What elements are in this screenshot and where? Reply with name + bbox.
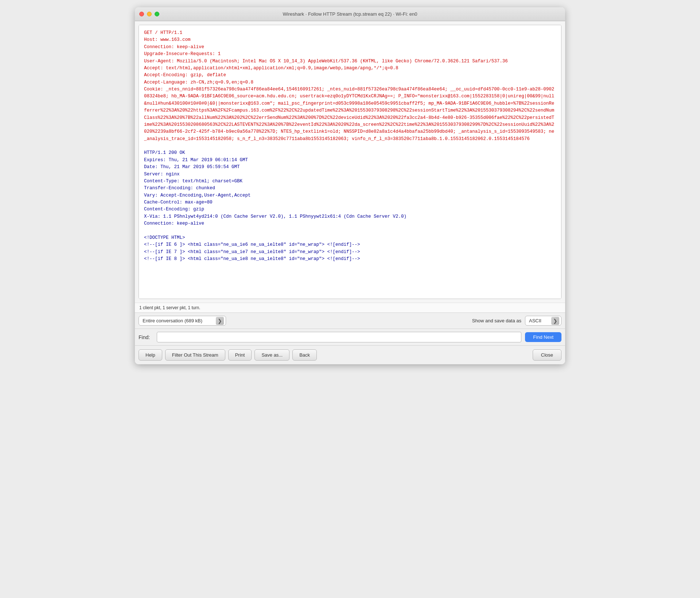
conversation-dropdown-wrapper: Entire conversation (689 kB) Client pack…: [139, 316, 226, 326]
find-input[interactable]: [157, 332, 521, 342]
status-text: 1 client pkt, 1 server pkt, 1 turn.: [139, 305, 200, 310]
find-next-button[interactable]: Find Next: [525, 332, 561, 342]
content-area: GET / HTTP/1.1 Host: www.163.com Connect…: [139, 25, 561, 299]
close-window-button[interactable]: [139, 12, 144, 16]
response-text: HTTP/1.1 200 OK Expires: Thu, 21 Mar 201…: [144, 150, 407, 261]
print-button[interactable]: Print: [228, 349, 252, 361]
help-button[interactable]: Help: [139, 349, 162, 361]
request-text: GET / HTTP/1.1 Host: www.163.com Connect…: [144, 30, 554, 141]
find-row: Find: Find Next: [135, 329, 565, 345]
conversation-select[interactable]: Entire conversation (689 kB) Client pack…: [139, 316, 226, 326]
maximize-window-button[interactable]: [155, 12, 159, 16]
status-bar: 1 client pkt, 1 server pkt, 1 turn.: [135, 303, 565, 312]
filter-out-button[interactable]: Filter Out This Stream: [165, 349, 225, 361]
window-title: Wireshark · Follow HTTP Stream (tcp.stre…: [283, 11, 417, 17]
stream-text-area[interactable]: GET / HTTP/1.1 Host: www.163.com Connect…: [139, 25, 561, 299]
main-window: Wireshark · Follow HTTP Stream (tcp.stre…: [135, 7, 565, 364]
traffic-lights: [139, 12, 159, 16]
ascii-dropdown-wrapper: ASCII Hex Dump C Arrays Raw UTF-8 YAML ❯: [525, 316, 561, 326]
bottom-buttons-row: Help Filter Out This Stream Print Save a…: [135, 345, 565, 364]
controls-row: Entire conversation (689 kB) Client pack…: [135, 312, 565, 329]
save-as-button[interactable]: Save as...: [254, 349, 289, 361]
ascii-select[interactable]: ASCII Hex Dump C Arrays Raw UTF-8 YAML: [525, 316, 561, 326]
title-bar: Wireshark · Follow HTTP Stream (tcp.stre…: [135, 7, 565, 21]
show-save-label: Show and save data as: [472, 318, 521, 323]
minimize-window-button[interactable]: [147, 12, 152, 16]
find-label: Find:: [139, 334, 153, 340]
back-button[interactable]: Back: [292, 349, 317, 361]
close-button[interactable]: Close: [533, 349, 561, 361]
